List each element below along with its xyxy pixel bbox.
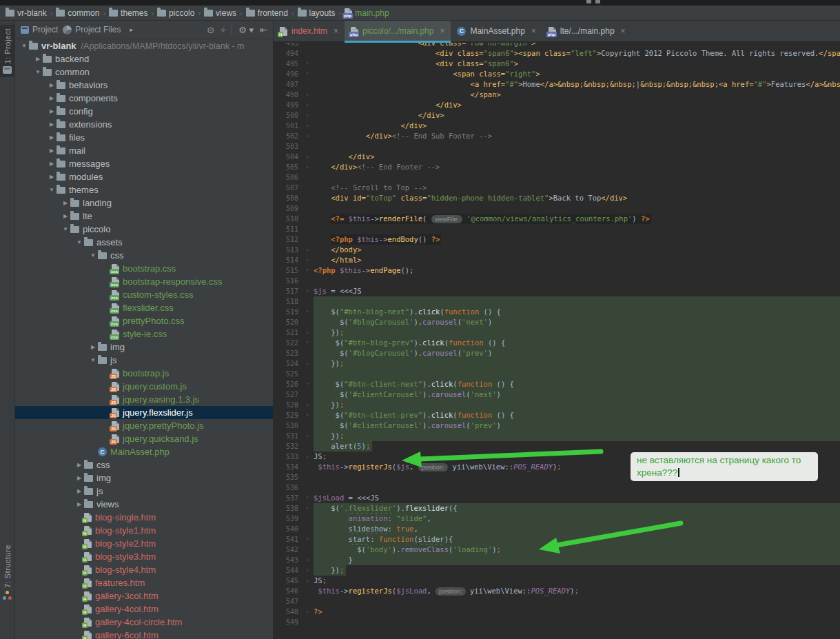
code-line[interactable]: 514▵ </html> xyxy=(274,255,840,265)
chevron-right-icon[interactable]: ▶ xyxy=(47,95,57,101)
tree-row[interactable]: ▼piccolo xyxy=(15,223,273,236)
fold-marker[interactable]: ▿ xyxy=(301,534,314,545)
code-line[interactable]: 507 <!-- Scroll to Top --> xyxy=(274,183,840,193)
code-line[interactable]: 536 xyxy=(274,483,840,493)
tree-row[interactable]: ▼js xyxy=(15,354,273,367)
tree-row[interactable]: ▼vr-blank/Applications/MAMP/htdocs/yii/v… xyxy=(15,39,273,52)
chevron-down-icon[interactable]: ▼ xyxy=(88,252,98,258)
fold-marker[interactable]: ▵ xyxy=(301,90,314,100)
tree-row[interactable]: ▶messages xyxy=(15,157,273,170)
code-line[interactable]: 545▵JS; xyxy=(274,576,840,586)
code-line[interactable]: 504▵ </div> xyxy=(274,152,840,162)
code-line[interactable]: 498▵ </span> xyxy=(274,90,840,100)
fold-marker[interactable]: ▵ xyxy=(301,162,314,172)
code-line[interactable]: 521▵ }); xyxy=(274,327,840,338)
tree-row[interactable]: Hgallery-6col.htm xyxy=(15,629,273,639)
tree-row[interactable]: JSbootstrap.js xyxy=(15,367,273,380)
code-line[interactable]: 543▵ } xyxy=(274,555,840,565)
chevron-right-icon[interactable]: ▶ xyxy=(47,161,57,167)
tree-row[interactable]: ▼themes xyxy=(15,183,273,196)
tree-row[interactable]: JSjquery.prettyPhoto.js xyxy=(15,419,273,432)
tree-row[interactable]: JSjquery.quicksand.js xyxy=(15,432,273,445)
code-line[interactable]: 528▵ }); xyxy=(274,400,840,410)
fold-marker[interactable]: ▵ xyxy=(301,607,314,617)
code-line[interactable]: 501▵ </div> xyxy=(274,121,840,131)
code-line[interactable]: 547 xyxy=(274,596,840,607)
tree-row[interactable]: ▶img xyxy=(15,341,273,354)
chevron-down-icon[interactable]: ▼ xyxy=(61,226,70,232)
fold-marker[interactable]: ▵ xyxy=(301,452,314,462)
breadcrumb-item[interactable]: vr-blank xyxy=(6,8,47,18)
code-line[interactable]: 548▵?> xyxy=(274,607,840,617)
code-line[interactable]: 510 <?= $this->renderFile( viewFile: '@c… xyxy=(274,214,840,224)
tree-row[interactable]: JSjquery.easing.1.3.js xyxy=(15,393,273,406)
fold-marker[interactable]: ▵ xyxy=(301,131,314,141)
tree-row[interactable]: cssstyle-ie.css xyxy=(15,327,273,341)
tree-row[interactable]: CMainAsset.php xyxy=(15,445,273,458)
tree-row[interactable]: JSjquery.flexslider.js xyxy=(15,406,273,419)
breadcrumb-item-file[interactable]: phpmain.php xyxy=(345,8,389,18)
fold-marker[interactable]: ▵ xyxy=(301,327,314,338)
breadcrumb-item[interactable]: themes xyxy=(109,8,147,18)
chevron-down-icon[interactable]: ▼ xyxy=(88,357,98,363)
fold-marker[interactable]: ▿ xyxy=(301,493,314,503)
chevron-right-icon[interactable]: ▶ xyxy=(61,200,70,206)
code-line[interactable]: 524▵ }); xyxy=(274,358,840,369)
fold-marker[interactable]: ▿ xyxy=(301,265,314,276)
tree-row[interactable]: ▼common xyxy=(15,65,273,79)
code-line[interactable]: 500▵ </div> xyxy=(274,110,840,121)
tree-row[interactable]: ▶components xyxy=(15,92,273,105)
chevron-down-icon[interactable]: ▼ xyxy=(74,239,84,245)
code-line[interactable]: 494 <div class="span6"><span class="left… xyxy=(274,48,840,59)
close-tab-icon[interactable]: × xyxy=(440,26,444,36)
tree-row[interactable]: Hblog-style1.htm xyxy=(15,524,273,537)
tree-row[interactable]: csscustom-styles.css xyxy=(15,288,273,301)
project-view-tab[interactable]: Project xyxy=(21,25,58,34)
code-line[interactable]: 515▿<?php $this->endPage(); xyxy=(274,265,840,276)
locate-icon[interactable]: ⊙ xyxy=(207,25,214,35)
code-line[interactable]: 532 alert(5); xyxy=(274,441,840,452)
code-line[interactable]: 527 $('#clientCarousel').carousel('next'… xyxy=(274,389,840,400)
tree-row[interactable]: Hgallery-3col.htm xyxy=(15,589,273,602)
breadcrumb-item[interactable]: common xyxy=(56,8,99,18)
tool-stripe-project-button[interactable]: 1: Project xyxy=(0,25,14,77)
tree-row[interactable]: ▼assets xyxy=(15,236,273,249)
code-line[interactable]: 497 <a href="#">Home</a>&nbsp;&nbsp;&nbs… xyxy=(274,79,840,90)
code-line[interactable]: 522▿ $("#btn-blog-prev").click(function … xyxy=(274,338,840,348)
code-line[interactable]: 511 xyxy=(274,224,840,234)
chevron-right-icon[interactable]: ▶ xyxy=(74,462,84,468)
tree-row[interactable]: cssbootstrap.css xyxy=(15,262,273,275)
code-line[interactable]: 541▿ start: function(slider){ xyxy=(274,534,840,545)
code-line[interactable]: 493 <div class="row no-margin"> xyxy=(274,43,840,48)
code-line[interactable]: 537▿$jsLoad = <<<JS xyxy=(274,493,840,503)
fold-marker[interactable]: ▵ xyxy=(301,576,314,586)
chevron-right-icon[interactable]: ▶ xyxy=(88,344,98,350)
fold-marker[interactable]: ▿ xyxy=(301,410,314,420)
code-line[interactable]: 517▿$js = <<<JS xyxy=(274,286,840,296)
code-line[interactable]: 526▿ $("#btn-client-next").click(functio… xyxy=(274,379,840,389)
tree-row[interactable]: ▶landing xyxy=(15,196,273,210)
chevron-right-icon[interactable]: ▶ xyxy=(47,148,57,154)
code-line[interactable]: 525 xyxy=(274,369,840,379)
code-line[interactable]: 540 slideshow: true, xyxy=(274,524,840,534)
tree-row[interactable]: ▶js xyxy=(15,485,273,498)
tree-row[interactable]: cssflexslider.css xyxy=(15,301,273,314)
tree-row[interactable]: Hfeatures.htm xyxy=(15,576,273,589)
close-tab-icon[interactable]: × xyxy=(334,26,338,36)
code-line[interactable]: 546 $this->registerJs($jsLoad, position:… xyxy=(274,586,840,596)
breadcrumb-item[interactable]: layouts xyxy=(298,8,336,18)
tree-row[interactable]: ▶extensions xyxy=(15,118,273,131)
fold-marker[interactable]: ▿ xyxy=(301,286,314,296)
code-viewport[interactable]: 493 <div class="row no-margin">494 <div … xyxy=(274,43,840,639)
tree-row[interactable]: Hgallery-4col-circle.htm xyxy=(15,616,273,629)
code-line[interactable]: 523 $('#blogCarousel').carousel('prev') xyxy=(274,348,840,358)
fold-marker[interactable]: ▿ xyxy=(301,338,314,348)
chevron-right-icon[interactable]: ▶ xyxy=(47,108,57,114)
fold-marker[interactable]: ▵ xyxy=(301,358,314,369)
collapse-all-icon[interactable]: ÷ xyxy=(221,25,225,35)
code-line[interactable]: 518 xyxy=(274,296,840,307)
hide-panel-icon[interactable]: ⇤ xyxy=(260,25,267,35)
fold-marker[interactable]: ▿ xyxy=(301,379,314,389)
close-tab-icon[interactable]: × xyxy=(531,26,536,36)
fold-marker[interactable]: ▿ xyxy=(301,503,314,514)
